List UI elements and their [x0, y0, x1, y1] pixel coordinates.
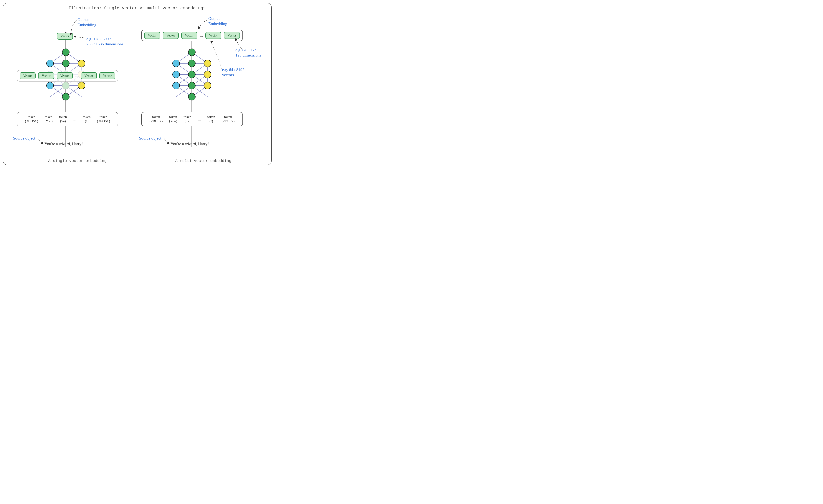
svg-point-54: [188, 60, 195, 67]
vector-pill: Vector: [57, 72, 73, 79]
left-dims-label: e.g. 128 / 300 / 768 / 1536 dimensions: [87, 36, 124, 46]
token: token (<BOS>): [25, 115, 38, 123]
vector-pill: Vector: [181, 32, 197, 39]
svg-marker-66: [167, 142, 170, 144]
right-source-label: Source object: [139, 136, 161, 141]
left-caption: A single-vector embedding: [48, 159, 107, 163]
svg-point-52: [188, 49, 195, 56]
svg-point-56: [173, 71, 180, 78]
svg-point-59: [173, 82, 180, 89]
right-output-arrow: [198, 20, 211, 31]
right-output-embedding-label: Output Embedding: [208, 16, 227, 26]
left-mid-vector-strip: Vector Vector Vector ... Vector Vector: [17, 70, 118, 81]
svg-point-28: [78, 82, 85, 89]
svg-point-21: [62, 60, 69, 67]
left-token-box: token (<BOS>) token (You) token ('re) ..…: [17, 112, 118, 126]
left-source-text: You're a wizard, Harry!: [44, 141, 83, 146]
vector-pill: Vector: [163, 32, 179, 39]
right-source-text: You're a wizard, Harry!: [171, 141, 209, 146]
token: token (You): [169, 115, 177, 123]
diagram-title: Illustration: Single-vector vs multi-vec…: [0, 6, 274, 11]
svg-point-57: [188, 71, 195, 78]
vector-pill: Vector: [205, 32, 221, 39]
token: token (You): [44, 115, 52, 123]
left-output-arrow: [70, 20, 85, 36]
right-token-box: token (<BOS>) token (You) token ('re) ..…: [141, 112, 243, 126]
svg-marker-30: [69, 33, 72, 36]
token: token (!): [207, 115, 215, 123]
svg-marker-65: [210, 41, 213, 43]
vector-pill: Vector: [20, 72, 36, 79]
token-ellipsis: ...: [198, 117, 201, 122]
right-neural-net: [169, 48, 215, 106]
ellipsis: ...: [75, 73, 78, 78]
left-source-label: Source object: [13, 136, 35, 141]
token: token (!): [83, 115, 91, 123]
svg-marker-64: [235, 38, 237, 41]
svg-point-22: [78, 60, 85, 67]
svg-marker-31: [74, 35, 76, 38]
svg-point-58: [204, 71, 211, 78]
svg-marker-32: [41, 142, 44, 144]
token: token (<EOS>): [221, 115, 234, 123]
vector-pill: Vector: [144, 32, 160, 39]
svg-point-20: [46, 60, 53, 67]
token-ellipsis: ...: [73, 117, 76, 122]
svg-point-26: [62, 82, 69, 89]
token: token (<EOS>): [97, 115, 110, 123]
svg-point-19: [62, 49, 69, 56]
vector-pill: Vector: [38, 72, 54, 79]
svg-point-53: [173, 60, 180, 67]
left-dims-arrow: [73, 36, 88, 43]
token: token (<BOS>): [150, 115, 163, 123]
right-count-arrow: [210, 40, 229, 71]
svg-point-61: [204, 82, 211, 89]
token: token ('re): [59, 115, 67, 123]
svg-point-29: [62, 93, 69, 100]
svg-point-27: [46, 82, 53, 89]
vector-pill: Vector: [81, 72, 97, 79]
svg-point-62: [188, 93, 195, 100]
svg-point-60: [188, 82, 195, 89]
token: token ('re): [183, 115, 191, 123]
right-output-vector-strip: Vector Vector Vector ... Vector Vector: [141, 30, 243, 41]
right-caption: A multi-vector embedding: [175, 159, 231, 163]
ellipsis: ...: [200, 33, 203, 38]
right-dims-arrow: [235, 37, 253, 52]
vector-pill: Vector: [99, 72, 115, 79]
